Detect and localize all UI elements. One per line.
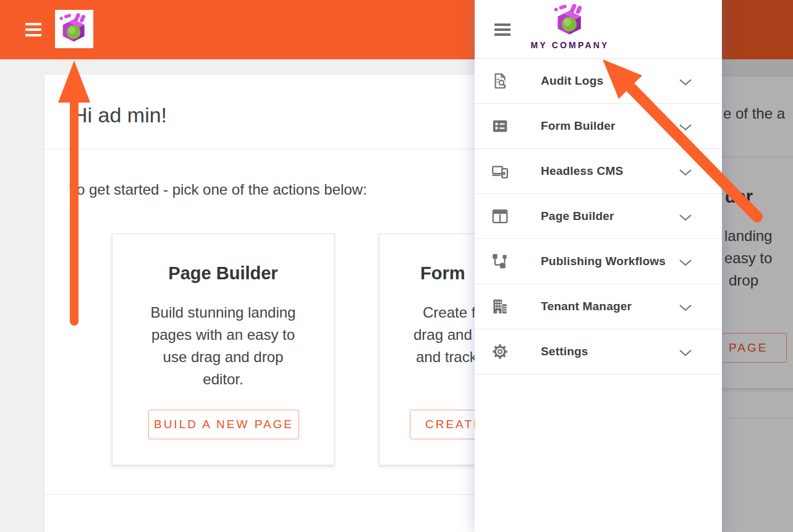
workflow-icon (491, 252, 509, 271)
card-description-line: Build stunning landing (112, 304, 334, 321)
chevron-down-icon[interactable] (679, 77, 692, 85)
company-logo-icon (552, 3, 588, 39)
dimmed-backdrop-region: e of the a der landing easy to drop PAGE (722, 0, 793, 532)
table-layout-icon (491, 207, 509, 226)
card-description-fragment: drag and d (413, 326, 485, 344)
app-logo[interactable] (55, 10, 93, 48)
company-name: MY COMPANY (475, 40, 665, 50)
chevron-down-icon[interactable] (679, 167, 692, 175)
sidebar-item-settings[interactable]: Settings (475, 329, 722, 374)
greeting-heading: Hi ad min! (72, 103, 167, 127)
company-logo-icon (57, 12, 91, 46)
drawer-menu: Audit Logs Form Builder (475, 59, 722, 374)
file-search-icon (491, 72, 509, 90)
building-icon (491, 297, 509, 316)
ballot-icon (491, 117, 509, 135)
chevron-down-icon[interactable] (679, 213, 692, 220)
sidebar-item-label: Audit Logs (541, 74, 603, 88)
intro-text: To get started - pick one of the actions… (69, 181, 367, 198)
sidebar-item-label: Page Builder (541, 209, 614, 223)
sidebar-item-audit-logs[interactable]: Audit Logs (475, 59, 722, 104)
sidebar-item-publishing-workflows[interactable]: Publishing Workflows (475, 239, 722, 284)
drawer-logo[interactable]: MY COMPANY (475, 0, 665, 50)
page-builder-card: Page Builder Build stunning landing page… (112, 234, 334, 465)
card-title-fragment: Form (420, 263, 465, 284)
modal-backdrop[interactable] (722, 0, 793, 532)
navigation-drawer: MY COMPANY Audit Logs (475, 0, 722, 532)
card-description-line: pages with an easy to (112, 326, 334, 344)
sidebar-item-page-builder[interactable]: Page Builder (475, 194, 722, 239)
sidebar-item-label: Form Builder (541, 119, 616, 133)
chevron-down-icon[interactable] (679, 258, 692, 265)
sidebar-item-label: Tenant Manager (541, 300, 632, 313)
chevron-down-icon[interactable] (679, 122, 692, 130)
hamburger-menu-button[interactable] (25, 23, 41, 36)
sidebar-item-tenant-manager[interactable]: Tenant Manager (475, 284, 722, 329)
sidebar-item-form-builder[interactable]: Form Builder (475, 104, 722, 149)
sidebar-item-label: Publishing Workflows (541, 255, 666, 268)
sidebar-item-label: Settings (541, 345, 588, 358)
drawer-header: MY COMPANY (475, 0, 722, 59)
chevron-down-icon[interactable] (679, 348, 692, 355)
card-description-fragment: and track (416, 348, 477, 366)
chevron-down-icon[interactable] (679, 303, 692, 310)
card-title: Page Builder (112, 263, 334, 284)
card-description-line: use drag and drop (112, 348, 334, 366)
sidebar-item-headless-cms[interactable]: Headless CMS (475, 149, 722, 194)
screen: Hi ad min! To get started - pick one of … (0, 0, 793, 532)
gear-icon (491, 342, 509, 361)
card-description-line: editor. (112, 371, 334, 388)
build-new-page-button[interactable]: BUILD A NEW PAGE (148, 410, 299, 439)
card-description-fragment: Create f (423, 304, 475, 321)
sidebar-item-label: Headless CMS (541, 164, 623, 178)
devices-icon (491, 162, 509, 180)
